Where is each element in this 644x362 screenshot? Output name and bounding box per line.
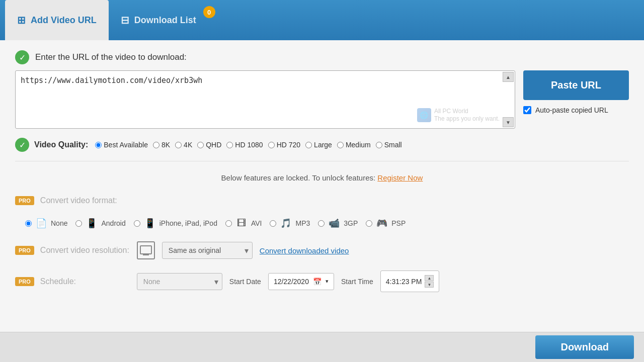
divider [15, 161, 629, 161]
locked-banner: Below features are locked. To unlock fea… [15, 169, 629, 186]
schedule-label: Schedule: [40, 277, 131, 286]
time-down-btn[interactable]: ▼ [425, 282, 434, 288]
watermark-logo: 🌐 [417, 108, 431, 122]
tab-download-list-label: Download List [134, 15, 196, 26]
locked-text: Below features are locked. To unlock fea… [221, 173, 376, 182]
quality-large-radio[interactable] [305, 142, 312, 148]
quality-check-icon: ✓ [15, 138, 29, 152]
time-up-btn[interactable]: ▲ [425, 275, 434, 281]
time-spinner: ▲ ▼ [425, 275, 434, 288]
url-check-icon: ✓ [15, 50, 29, 64]
format-none[interactable]: 📄 None [25, 216, 67, 230]
download-button[interactable]: Download [535, 335, 634, 359]
main-content: ✓ Enter the URL of the video to download… [0, 40, 644, 362]
resolution-icon [137, 241, 155, 259]
format-iphone-icon: 📱 [143, 216, 157, 230]
quality-best[interactable]: Best Available [95, 141, 148, 149]
download-list-badge: 0 [203, 6, 215, 18]
schedule-section: PRO Schedule: None Once Daily Weekly Sta… [15, 270, 629, 292]
start-time-value: 4:31:23 PM [386, 278, 422, 286]
resolution-select[interactable]: Same as original 1920x1080 644x362 854x… [162, 242, 253, 259]
start-date-value: 12/22/2020 [274, 278, 309, 286]
svg-rect-0 [140, 246, 151, 254]
watermark: 🌐 All PC World The apps you only want. [417, 108, 500, 123]
quality-qhd[interactable]: QHD [197, 141, 221, 149]
schedule-controls: None Once Daily Weekly Start Date 12/22/… [137, 270, 440, 292]
quality-qhd-radio[interactable] [197, 142, 204, 148]
quality-medium[interactable]: Medium [337, 141, 371, 149]
quality-4k-radio[interactable] [175, 142, 182, 148]
format-mp3-icon: 🎵 [279, 216, 293, 230]
start-time-label: Start Time [341, 278, 373, 286]
quality-label: Video Quality: [34, 140, 88, 149]
quality-hd720[interactable]: HD 720 [268, 141, 300, 149]
url-row: 🌐 All PC World The apps you only want. ▲… [15, 70, 629, 129]
format-avi-radio[interactable] [225, 220, 232, 227]
scroll-down-btn[interactable]: ▼ [503, 117, 514, 127]
format-avi-icon: 🎞 [234, 216, 249, 230]
tab-add-video[interactable]: ⊞ Add Video URL [5, 0, 109, 40]
resolution-section: PRO Convert video resolution: Same as or… [15, 241, 629, 259]
format-android[interactable]: 📱 Android [75, 216, 125, 230]
format-android-radio[interactable] [75, 220, 82, 227]
tab-download-list[interactable]: ⊟ Download List 0 [109, 0, 221, 40]
format-section: PRO Convert video format: [15, 196, 629, 205]
tab-bar: ⊞ Add Video URL ⊟ Download List 0 [0, 0, 644, 40]
quality-hd1080-radio[interactable] [226, 142, 233, 148]
schedule-select[interactable]: None Once Daily Weekly [137, 273, 222, 290]
paste-url-button[interactable]: Paste URL [523, 70, 629, 100]
format-psp[interactable]: 🎮 PSP [366, 216, 406, 230]
quality-8k[interactable]: 8K [153, 141, 170, 149]
format-iphone[interactable]: 📱 iPhone, iPad, iPod [134, 216, 217, 230]
quality-hd720-radio[interactable] [268, 142, 275, 148]
resolution-controls: Same as original 1920x1080 644x362 854x… [137, 241, 349, 259]
format-3gp-radio[interactable] [318, 220, 325, 227]
schedule-pro-badge: PRO [15, 277, 34, 286]
url-prompt: Enter the URL of the video to download: [35, 52, 187, 62]
quality-8k-radio[interactable] [153, 142, 159, 148]
add-video-icon: ⊞ [17, 14, 26, 26]
format-pro-badge: PRO [15, 196, 34, 205]
quality-small-radio[interactable] [376, 142, 382, 148]
format-options: 📄 None 📱 Android 📱 iPhone, iPad, iPod 🎞 … [25, 216, 629, 230]
start-date-field[interactable]: 12/22/2020 📅 ▾ [268, 273, 334, 290]
format-3gp[interactable]: 📹 3GP [318, 216, 358, 230]
download-list-icon: ⊟ [121, 14, 129, 26]
quality-small[interactable]: Small [376, 141, 402, 149]
url-textarea-wrap: 🌐 All PC World The apps you only want. ▲… [15, 70, 515, 129]
auto-paste-label: Auto-paste copied URL [535, 106, 608, 114]
date-dropdown-icon[interactable]: ▾ [326, 278, 329, 285]
tab-add-video-label: Add Video URL [31, 15, 97, 26]
quality-4k[interactable]: 4K [175, 141, 192, 149]
convert-downloaded-link[interactable]: Convert downloaded video [260, 246, 349, 255]
quality-row: ✓ Video Quality: Best Available 8K 4K QH… [15, 138, 629, 152]
scroll-up-btn[interactable]: ▲ [503, 72, 514, 82]
url-section-header: ✓ Enter the URL of the video to download… [15, 50, 629, 64]
start-time-field: 4:31:23 PM ▲ ▼ [380, 270, 440, 292]
watermark-text: All PC World The apps you only want. [434, 108, 500, 123]
auto-paste-checkbox[interactable] [523, 106, 531, 114]
auto-paste-row: Auto-paste copied URL [523, 106, 629, 114]
resolution-pro-badge: PRO [15, 246, 34, 255]
quality-medium-radio[interactable] [337, 142, 344, 148]
format-3gp-icon: 📹 [327, 216, 341, 230]
calendar-icon[interactable]: 📅 [313, 278, 321, 286]
quality-hd1080[interactable]: HD 1080 [226, 141, 263, 149]
format-none-icon: 📄 [34, 216, 48, 230]
quality-best-radio[interactable] [95, 142, 102, 148]
format-mp3[interactable]: 🎵 MP3 [270, 216, 310, 230]
format-android-icon: 📱 [85, 216, 99, 230]
format-avi[interactable]: 🎞 AVI [225, 216, 262, 230]
resolution-label: Convert video resolution: [40, 246, 131, 255]
format-iphone-radio[interactable] [134, 220, 140, 227]
quality-large[interactable]: Large [305, 141, 332, 149]
format-label: Convert video format: [40, 196, 131, 205]
url-actions: Paste URL Auto-paste copied URL [523, 70, 629, 129]
format-mp3-radio[interactable] [270, 220, 276, 227]
format-psp-radio[interactable] [366, 220, 372, 227]
start-date-label: Start Date [229, 278, 261, 286]
format-none-radio[interactable] [25, 220, 32, 227]
resolution-select-wrap: Same as original 1920x1080 644x362 854x… [162, 242, 253, 259]
format-psp-icon: 🎮 [375, 216, 389, 230]
register-link[interactable]: Register Now [377, 173, 423, 182]
